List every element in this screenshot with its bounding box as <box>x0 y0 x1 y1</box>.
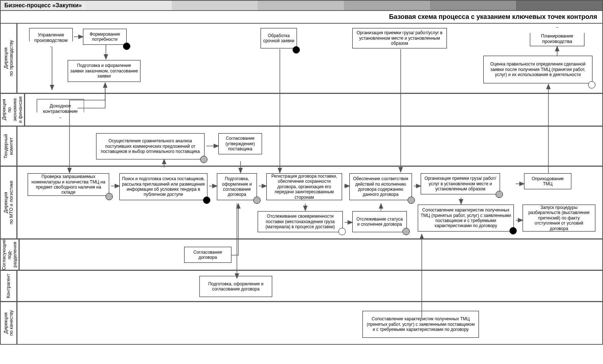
lane-finance: Дирекцияпо экономикеи финансам Доходное … <box>1 93 602 126</box>
lane-label: Контрагент <box>1 271 17 301</box>
node-check-stock: Проверка запрашиваемых номенклатуры и ко… <box>28 173 109 196</box>
node-track-delivery: Отслеживание своевременности поставки (м… <box>258 211 343 232</box>
control-point-icon <box>402 228 410 235</box>
control-point-icon <box>496 191 503 198</box>
node-search-suppliers: Поиск и подготовка списка поставщиков, р… <box>119 173 207 200</box>
node-organize-receipt-1: Организация приемки груза/ работ/услуг в… <box>352 28 447 48</box>
node-prepare-contract-1: Подготовка, оформление и согласование до… <box>217 173 257 200</box>
control-point-icon <box>123 43 130 50</box>
title-bar: Бизнес-процесс «Закупки» <box>0 0 603 10</box>
node-track-status: Отслеживание статуса и сполнения договор… <box>352 211 407 232</box>
node-form-need: Формирование потребности <box>83 29 127 45</box>
control-point-icon <box>106 193 113 200</box>
node-compare-characteristics: Сопоставление характеристик полученных Т… <box>418 205 514 232</box>
lane-label: Дирекцияпо МТО и логистике <box>1 167 17 238</box>
diagram-title: Бизнес-процесс «Закупки» <box>1 1 86 10</box>
node-urgent-request: Обработка срочной заявки <box>261 28 297 48</box>
lane-quality: Дирекцияпо качеству Сопоставление характ… <box>1 301 602 344</box>
offpage-management: Управление производством <box>29 28 73 47</box>
node-evaluate-request: Оценка правильности определения сделанно… <box>483 56 592 83</box>
control-point-icon <box>588 81 595 88</box>
lane-label: Согласующиепод-разделения <box>1 240 20 270</box>
lane-mto: Дирекцияпо МТО и логистике Проверка запр… <box>1 166 602 238</box>
node-comparative-analysis: Осуществление сравнительного анализа пос… <box>96 133 205 159</box>
diagram-subtitle: Базовая схема процесса с указанием ключе… <box>0 10 603 24</box>
offpage-planning: Планирование производства <box>530 27 584 46</box>
node-prepare-contract-2: Подготовка, оформление и согласование до… <box>199 276 272 297</box>
control-point-icon <box>293 46 300 54</box>
lane-label: Дирекцияпо производству <box>1 24 17 93</box>
node-prepare-request: Подготовка и оформление заявки заказчико… <box>68 60 140 82</box>
title-gradient <box>86 1 602 10</box>
node-agree-contract: Согласование договора <box>184 247 231 263</box>
node-approve-supplier: Согласование (утверждение) поставщика <box>218 133 262 154</box>
swimlane-diagram: Дирекцияпо производству Управление произ… <box>0 24 603 345</box>
lane-tender: Тендерныйкомитет Осуществление сравнител… <box>1 126 602 166</box>
lane-label: Дирекцияпо качеству <box>1 302 17 344</box>
control-point-icon <box>253 197 261 204</box>
control-point-icon <box>338 228 346 235</box>
control-point-icon <box>203 197 210 204</box>
lane-counterparty: Контрагент Подготовка, оформление и согл… <box>1 270 602 301</box>
node-claims-procedure: Запуск процедуры разбирательств (выставл… <box>523 205 595 232</box>
node-contract-compliance: Обеспечение соответствия действий по исп… <box>349 173 412 200</box>
control-point-icon <box>509 227 517 234</box>
lane-label: Тендерныйкомитет <box>1 127 17 166</box>
node-quality-compare: Сопоставление характеристик полученных Т… <box>362 311 479 338</box>
lane-approvers: Согласующиепод-разделения Согласование д… <box>1 238 602 270</box>
offpage-income-contracting: Доходное контрактование <box>37 99 84 118</box>
node-organize-receipt-2: Организация приемки груза/ работ/услуг в… <box>421 173 500 194</box>
node-register-contract: Регистрация договора поставки, обеспечен… <box>266 173 342 200</box>
node-posting-tmc: Оприходование ТМЦ <box>524 173 571 189</box>
control-point-icon <box>200 156 207 163</box>
lane-label: Дирекцияпо экономикеи финансам <box>1 94 25 126</box>
control-point-icon <box>408 197 415 204</box>
lane-production: Дирекцияпо производству Управление произ… <box>1 24 602 93</box>
